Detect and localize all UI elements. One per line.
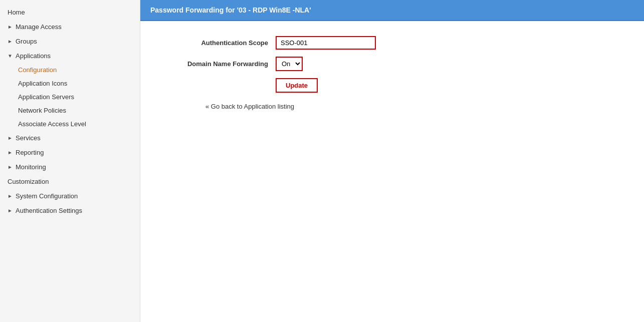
arrow-icon: ► bbox=[8, 164, 13, 170]
auth-scope-input[interactable] bbox=[276, 36, 376, 50]
update-row: Update bbox=[155, 78, 629, 93]
domain-name-label: Domain Name Forwarding bbox=[155, 60, 276, 68]
domain-name-select-wrapper: On Off bbox=[276, 57, 303, 71]
content-area: Authentication Scope Domain Name Forward… bbox=[140, 21, 644, 125]
arrow-icon: ► bbox=[8, 193, 13, 199]
sidebar-item-label: Groups bbox=[16, 38, 37, 45]
sidebar-item-label: Applications bbox=[16, 52, 51, 60]
sidebar-item-groups[interactable]: ► Groups bbox=[0, 34, 140, 49]
main-content: Password Forwarding for '03 - RDP Win8E … bbox=[140, 0, 644, 322]
arrow-icon: ► bbox=[8, 24, 13, 30]
sidebar-item-label: System Configuration bbox=[16, 192, 78, 200]
arrow-icon: ► bbox=[8, 135, 13, 141]
sidebar-item-applications[interactable]: ▼ Applications bbox=[0, 49, 140, 63]
sidebar: Home ► Manage Access ► Groups ▼ Applicat… bbox=[0, 0, 140, 322]
sidebar-item-label: Monitoring bbox=[16, 163, 46, 171]
sidebar-item-label: Reporting bbox=[16, 149, 44, 156]
form-table: Authentication Scope Domain Name Forward… bbox=[155, 36, 629, 93]
sidebar-subitem-associate-access-level[interactable]: Associate Access Level bbox=[0, 117, 140, 131]
page-title: Password Forwarding for '03 - RDP Win8E … bbox=[150, 6, 311, 14]
sidebar-item-system-configuration[interactable]: ► System Configuration bbox=[0, 189, 140, 203]
arrow-icon: ► bbox=[8, 39, 13, 44]
page-header: Password Forwarding for '03 - RDP Win8E … bbox=[140, 0, 644, 21]
sidebar-item-label: Customization bbox=[8, 178, 49, 185]
sidebar-item-reporting[interactable]: ► Reporting bbox=[0, 145, 140, 160]
update-button[interactable]: Update bbox=[276, 78, 318, 93]
sidebar-item-customization[interactable]: Customization bbox=[0, 174, 140, 189]
sidebar-subitem-application-servers[interactable]: Application Servers bbox=[0, 90, 140, 104]
arrow-icon: ▼ bbox=[8, 53, 13, 59]
domain-name-select[interactable]: On Off bbox=[277, 58, 302, 70]
sidebar-subitem-network-policies[interactable]: Network Policies bbox=[0, 104, 140, 117]
sidebar-item-authentication-settings[interactable]: ► Authentication Settings bbox=[0, 203, 140, 218]
auth-scope-row: Authentication Scope bbox=[155, 36, 629, 50]
sidebar-item-label: Authentication Settings bbox=[16, 207, 82, 214]
sidebar-item-monitoring[interactable]: ► Monitoring bbox=[0, 160, 140, 174]
home-label: Home bbox=[8, 9, 25, 16]
auth-scope-label: Authentication Scope bbox=[155, 39, 276, 47]
domain-name-row: Domain Name Forwarding On Off bbox=[155, 57, 629, 71]
sidebar-subitem-application-icons[interactable]: Application Icons bbox=[0, 77, 140, 90]
sidebar-subitem-configuration[interactable]: Configuration bbox=[0, 63, 140, 77]
back-link[interactable]: « Go back to Application listing bbox=[205, 103, 629, 110]
sidebar-item-home[interactable]: Home bbox=[0, 5, 140, 20]
arrow-icon: ► bbox=[8, 150, 13, 155]
sidebar-item-label: Manage Access bbox=[16, 23, 62, 31]
sidebar-item-label: Services bbox=[16, 134, 41, 142]
sidebar-item-services[interactable]: ► Services bbox=[0, 131, 140, 145]
arrow-icon: ► bbox=[8, 208, 13, 213]
sidebar-item-manage-access[interactable]: ► Manage Access bbox=[0, 20, 140, 34]
